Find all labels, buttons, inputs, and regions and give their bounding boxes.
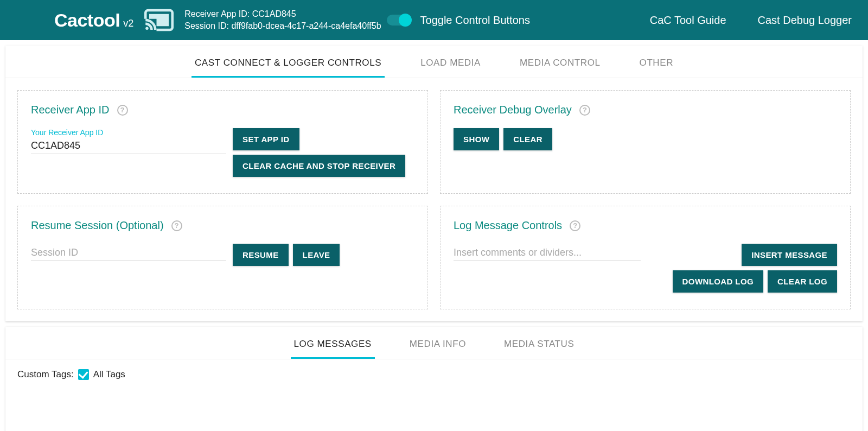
log-panel: LOG MESSAGES MEDIA INFO MEDIA STATUS Cus… (5, 327, 863, 431)
main-tabs: CAST CONNECT & LOGGER CONTROLS LOAD MEDI… (5, 46, 863, 78)
download-log-button[interactable]: DOWNLOAD LOG (673, 270, 763, 293)
help-icon[interactable]: ? (579, 105, 590, 116)
card-log-controls: Log Message Controls ? INSERT MESSAGE DO… (440, 206, 851, 309)
session-id-value: dff9fab0-dcea-4c17-a244-ca4efa40ff5b (231, 21, 381, 30)
cast-debug-logger-link[interactable]: Cast Debug Logger (758, 14, 852, 27)
help-icon[interactable]: ? (570, 220, 580, 231)
tab-media-info[interactable]: MEDIA INFO (406, 339, 469, 359)
toggle-label: Toggle Control Buttons (420, 14, 530, 27)
log-message-input[interactable] (454, 244, 641, 261)
input-label: Your Receiver App ID (31, 128, 226, 137)
set-app-id-button[interactable]: SET APP ID (233, 128, 299, 150)
show-overlay-button[interactable]: SHOW (454, 128, 499, 150)
card-receiver-app-id: Receiver App ID ? Your Receiver App ID S… (17, 90, 428, 194)
custom-tags-row: Custom Tags: All Tags (5, 359, 863, 431)
logo-sub: v2 (123, 18, 133, 29)
resume-button[interactable]: RESUME (233, 244, 289, 266)
logo: Cactool v2 (54, 10, 133, 31)
custom-tags-label: Custom Tags: (17, 369, 74, 380)
card-title: Resume Session (Optional) (31, 219, 164, 232)
cast-icon[interactable] (144, 8, 174, 32)
toggle-switch[interactable] (387, 15, 411, 26)
card-title: Receiver Debug Overlay (454, 104, 572, 116)
leave-button[interactable]: LEAVE (293, 244, 340, 266)
receiver-app-id-value: CC1AD845 (252, 9, 296, 18)
svg-point-4 (145, 27, 148, 30)
card-title: Receiver App ID (31, 104, 110, 116)
receiver-app-id-input[interactable] (31, 137, 226, 154)
tab-media-control[interactable]: MEDIA CONTROL (516, 58, 604, 78)
logo-main: Cactool (54, 10, 120, 31)
tab-log-messages[interactable]: LOG MESSAGES (291, 339, 375, 359)
session-id-label: Session ID: (184, 21, 229, 30)
app-header: Cactool v2 Receiver App ID: CC1AD845 Ses… (0, 0, 868, 40)
insert-message-button[interactable]: INSERT MESSAGE (742, 244, 837, 266)
tab-media-status[interactable]: MEDIA STATUS (501, 339, 577, 359)
clear-cache-stop-receiver-button[interactable]: CLEAR CACHE AND STOP RECEIVER (233, 155, 405, 177)
log-tabs: LOG MESSAGES MEDIA INFO MEDIA STATUS (5, 327, 863, 359)
receiver-app-id-label: Receiver App ID: (184, 9, 250, 18)
tab-load-media[interactable]: LOAD MEDIA (417, 58, 484, 78)
tab-cast-connect[interactable]: CAST CONNECT & LOGGER CONTROLS (192, 58, 385, 78)
session-info: Receiver App ID: CC1AD845 Session ID: df… (184, 8, 381, 31)
help-icon[interactable]: ? (171, 220, 182, 231)
all-tags-checkbox[interactable] (78, 369, 89, 380)
card-title: Log Message Controls (454, 219, 562, 232)
card-debug-overlay: Receiver Debug Overlay ? SHOW CLEAR (440, 90, 851, 194)
cac-tool-guide-link[interactable]: CaC Tool Guide (650, 14, 726, 27)
toggle-control-buttons: Toggle Control Buttons (387, 14, 530, 27)
card-resume-session: Resume Session (Optional) ? RESUME LEAVE (17, 206, 428, 309)
clear-log-button[interactable]: CLEAR LOG (768, 270, 837, 293)
clear-overlay-button[interactable]: CLEAR (503, 128, 552, 150)
all-tags-label: All Tags (93, 369, 125, 380)
session-id-input[interactable] (31, 244, 226, 261)
tab-other[interactable]: OTHER (636, 58, 677, 78)
help-icon[interactable]: ? (117, 105, 128, 116)
main-controls-panel: CAST CONNECT & LOGGER CONTROLS LOAD MEDI… (5, 46, 863, 321)
